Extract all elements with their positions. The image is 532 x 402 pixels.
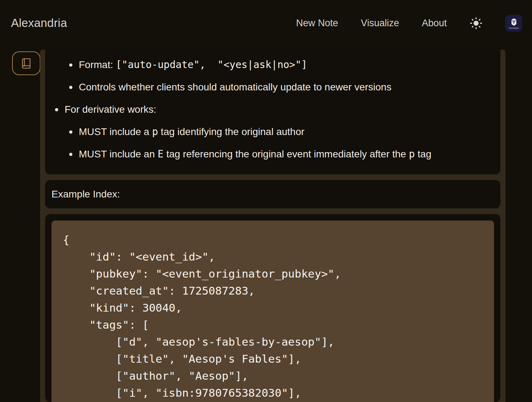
header: Alexandria New Note Visualize About bbox=[0, 0, 532, 46]
list-item-format: Format: ["auto-update", "<yes|ask|no>"] bbox=[79, 59, 494, 71]
code-line: ["i", "isbn:9780765382030"], bbox=[63, 384, 483, 401]
code-line: "pubkey": "<event_originator_pubkey>", bbox=[63, 265, 483, 282]
derivative-text: For derivative works: bbox=[65, 104, 156, 115]
p-tag-inline-code-2: p bbox=[409, 148, 415, 160]
must-e-post: tag bbox=[415, 149, 432, 160]
format-label: Format: bbox=[79, 59, 116, 70]
brand-title[interactable]: Alexandria bbox=[11, 16, 67, 30]
code-line: "created_at": 1725087283, bbox=[63, 282, 483, 299]
code-line: ["d", "aesop's-fables-by-aesop"], bbox=[63, 333, 483, 350]
list-item-derivative: For derivative works: MUST include a p t… bbox=[65, 104, 494, 160]
code-card: { "id": "<event_id>", "pubkey": "<event_… bbox=[45, 214, 500, 402]
code-line: "id": "<event_id>", bbox=[63, 248, 483, 265]
must-e-mid: tag referencing the original event immed… bbox=[164, 149, 409, 160]
example-index-card: Example Index: bbox=[45, 180, 500, 208]
must-p-post: tag identifying the original author bbox=[158, 126, 305, 137]
gitcitadel-logo[interactable]: GitCitadel bbox=[505, 15, 522, 32]
gitcitadel-logo-caption: GitCitadel bbox=[509, 27, 519, 29]
code-line: { bbox=[63, 231, 483, 248]
derivative-sublist: MUST include a p tag identifying the ori… bbox=[65, 126, 494, 160]
rules-card: Format: ["auto-update", "<yes|ask|no>"] … bbox=[45, 50, 500, 174]
book-icon bbox=[21, 58, 32, 69]
json-code-block: { "id": "<event_id>", "pubkey": "<event_… bbox=[51, 220, 494, 402]
sun-icon bbox=[470, 17, 483, 30]
list-item-must-e: MUST include an E tag referencing the or… bbox=[79, 148, 494, 160]
code-line: "kind": 30040, bbox=[63, 299, 483, 316]
e-tag-inline-code: E bbox=[158, 148, 164, 160]
controls-text: Controls whether clients should automati… bbox=[79, 82, 391, 93]
code-line: ["title", "Aesop's Fables"], bbox=[63, 350, 483, 367]
nav-visualize[interactable]: Visualize bbox=[361, 18, 399, 29]
code-line: "tags": [ bbox=[63, 316, 483, 333]
alexandria-app: Alexandria New Note Visualize About bbox=[0, 0, 532, 402]
example-index-label: Example Index: bbox=[51, 189, 120, 200]
gitcitadel-shield-icon bbox=[509, 17, 519, 27]
code-line: ["author", "Aesop"], bbox=[63, 367, 483, 384]
list-item-must-p: MUST include a p tag identifying the ori… bbox=[79, 126, 494, 138]
sidebar-toggle-button[interactable] bbox=[12, 51, 40, 75]
p-tag-inline-code: p bbox=[152, 126, 158, 138]
must-e-pre: MUST include an bbox=[79, 149, 158, 160]
format-inline-code: ["auto-update", "<yes|ask|no>"] bbox=[116, 59, 307, 71]
top-bullet-list: For derivative works: MUST include a p t… bbox=[51, 104, 494, 160]
nav-new-note[interactable]: New Note bbox=[296, 18, 338, 29]
theme-toggle-button[interactable] bbox=[470, 17, 483, 30]
content-frame: Format: ["auto-update", "<yes|ask|no>"] … bbox=[40, 50, 505, 402]
list-item-controls: Controls whether clients should automati… bbox=[79, 81, 494, 93]
must-p-pre: MUST include a bbox=[79, 126, 152, 137]
header-nav: New Note Visualize About bbox=[296, 15, 522, 32]
nested-bullet-list: Format: ["auto-update", "<yes|ask|no>"] … bbox=[51, 59, 494, 93]
nav-about[interactable]: About bbox=[422, 18, 447, 29]
